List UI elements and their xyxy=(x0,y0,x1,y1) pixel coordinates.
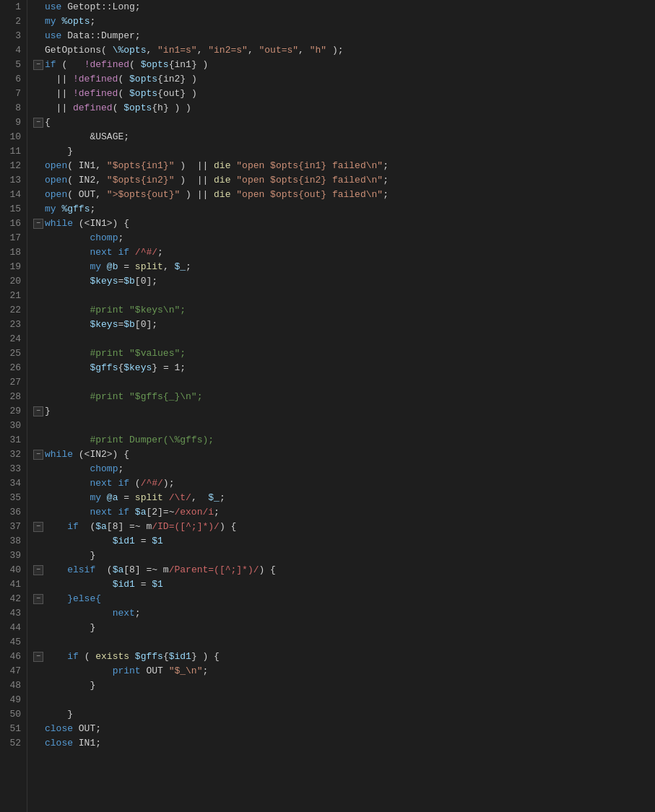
line-number: 47 xyxy=(3,664,21,678)
code-line: − elsif ($a[8] =~ m/Parent=([^;]*)/) { xyxy=(33,563,655,577)
token-op: [8] =~ m xyxy=(123,563,168,577)
fold-button[interactable]: − xyxy=(33,522,43,532)
code-line: } xyxy=(33,549,655,563)
token-var: $id1 xyxy=(169,650,191,664)
token-op: ; xyxy=(118,462,123,476)
token-op: ( IN1, xyxy=(67,159,107,173)
token-op xyxy=(56,14,62,29)
line-number: 20 xyxy=(3,274,21,289)
code-line: my @a = split /\t/, $_; xyxy=(33,491,655,505)
code-line: $id1 = $1 xyxy=(33,534,655,549)
fold-button[interactable]: − xyxy=(33,450,43,460)
token-op: } xyxy=(45,707,73,722)
code-line: next if /^#/; xyxy=(33,245,655,260)
token-var: $opts xyxy=(123,101,152,115)
token-var: $id1 xyxy=(113,577,135,592)
line-number: 36 xyxy=(3,505,21,520)
token-str: "in1=s" xyxy=(157,43,197,58)
line-number: 4 xyxy=(3,43,21,58)
fold-button[interactable]: − xyxy=(33,118,43,128)
line-number: 32 xyxy=(3,448,21,462)
code-line: −{ xyxy=(33,115,655,130)
token-op xyxy=(45,318,90,332)
code-line xyxy=(33,419,655,433)
token-kw: chomp xyxy=(90,462,118,476)
token-op: [0]; xyxy=(135,274,157,289)
line-number: 29 xyxy=(3,404,21,419)
code-line: chomp; xyxy=(33,462,655,476)
fold-button[interactable]: − xyxy=(33,652,43,662)
token-var: \%opts xyxy=(113,43,147,58)
token-op: , xyxy=(146,43,157,58)
line-number: 12 xyxy=(3,159,21,173)
line-number: 31 xyxy=(3,433,21,448)
token-kw2: defined xyxy=(73,101,113,115)
line-number: 28 xyxy=(3,390,21,404)
token-var: @a xyxy=(107,491,118,505)
token-op: } xyxy=(45,621,95,635)
code-line: &USAGE; xyxy=(33,130,655,144)
token-op: } xyxy=(180,72,186,87)
line-number: 49 xyxy=(3,693,21,707)
token-op: ; xyxy=(383,159,389,173)
token-op: = xyxy=(118,260,134,274)
token-op xyxy=(45,520,67,534)
fold-button[interactable]: − xyxy=(33,406,43,416)
token-op: ( xyxy=(79,520,95,534)
token-var: $opts xyxy=(129,87,157,101)
token-op: ; xyxy=(383,188,389,202)
token-var: $a xyxy=(95,520,107,534)
token-var: $gffs xyxy=(135,650,163,664)
line-number: 15 xyxy=(3,202,21,217)
token-fn: split xyxy=(135,260,163,274)
code-line: use Data::Dumper; xyxy=(33,29,655,43)
token-op: in1 xyxy=(174,58,191,72)
token-str: "h" xyxy=(310,43,326,58)
token-kw2: !defined xyxy=(84,58,129,72)
token-op: ( xyxy=(56,58,84,72)
code-line: next if $a[2]=~/exon/i; xyxy=(33,505,655,520)
token-op: OUT xyxy=(141,664,169,678)
fold-button[interactable]: − xyxy=(33,594,43,604)
code-line: −} xyxy=(33,404,655,419)
token-kw2: !defined xyxy=(73,87,118,101)
code-line: || defined( $opts{h} ) ) xyxy=(33,101,655,115)
code-line: print OUT "$_\n"; xyxy=(33,664,655,678)
code-line: } xyxy=(33,707,655,722)
token-kw: if xyxy=(45,58,56,72)
token-op xyxy=(45,231,90,245)
fold-button[interactable]: − xyxy=(33,565,43,575)
line-number: 39 xyxy=(3,549,21,563)
code-line: my %opts; xyxy=(33,14,655,29)
code-line: #print "$gffs{_}\n"; xyxy=(33,390,655,404)
token-fn: exists xyxy=(95,650,129,664)
token-kw: if xyxy=(67,520,79,534)
token-kw: }else{ xyxy=(67,592,101,606)
token-op xyxy=(45,592,67,606)
code-line: open( IN2, "$opts{in2}" ) || die "open $… xyxy=(33,173,655,188)
line-number: 38 xyxy=(3,534,21,549)
token-kw: close xyxy=(45,722,73,736)
code-line: } xyxy=(33,621,655,635)
token-op: ; xyxy=(202,664,208,678)
token-op: || xyxy=(45,72,73,87)
code-line: − if ( exists $gffs{$id1} ) { xyxy=(33,650,655,664)
code-line: $keys=$b[0]; xyxy=(33,274,655,289)
fold-button[interactable]: − xyxy=(33,60,43,70)
fold-button[interactable]: − xyxy=(33,219,43,229)
token-op: { xyxy=(157,87,163,101)
code-line: −while (<IN2>) { xyxy=(33,448,655,462)
token-op: ) || xyxy=(174,159,214,173)
token-var: $a xyxy=(113,563,124,577)
token-op: } ) ) xyxy=(163,101,191,115)
token-var: %opts xyxy=(61,14,90,29)
token-op xyxy=(45,664,113,678)
token-op: ) { xyxy=(259,563,276,577)
line-number: 46 xyxy=(3,650,21,664)
token-re: /\t/ xyxy=(169,491,191,505)
token-kw: next if xyxy=(90,476,129,491)
token-op: ( xyxy=(129,58,141,72)
token-op: } xyxy=(45,144,73,159)
line-number: 50 xyxy=(3,707,21,722)
line-number: 45 xyxy=(3,635,21,650)
